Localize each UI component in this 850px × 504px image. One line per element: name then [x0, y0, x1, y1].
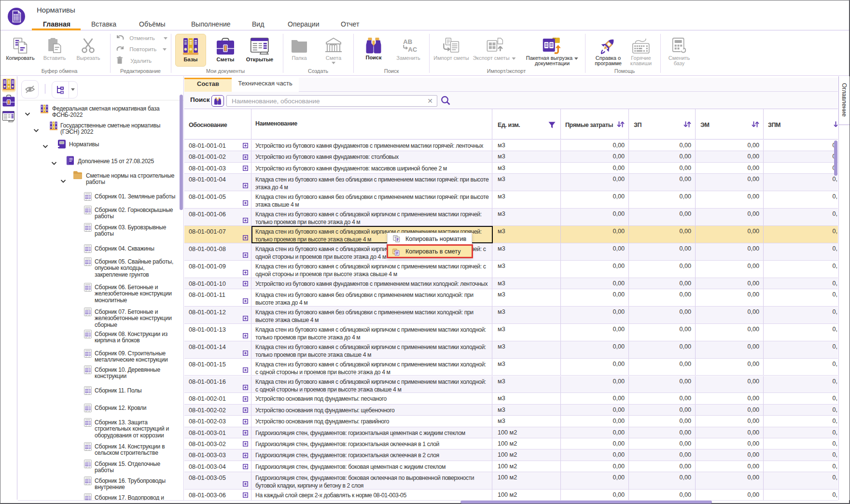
svg-text:AC: AC [408, 46, 417, 53]
svg-text:AB: AB [403, 38, 412, 45]
